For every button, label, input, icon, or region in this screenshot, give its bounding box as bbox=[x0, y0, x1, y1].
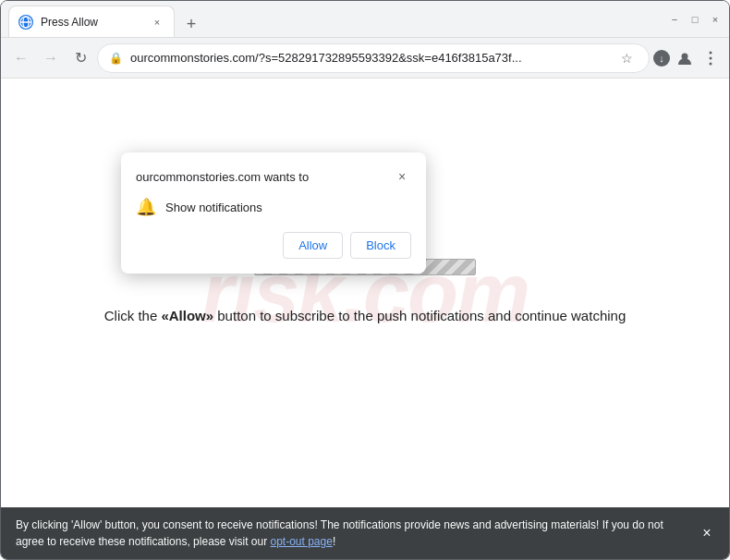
window-controls: − □ × bbox=[668, 13, 722, 26]
svg-point-4 bbox=[710, 51, 712, 54]
account-icon[interactable] bbox=[674, 47, 696, 69]
address-bar[interactable]: 🔒 ourcommonstories.com/?s=52829173289559… bbox=[97, 43, 650, 73]
bell-icon: 🔔 bbox=[136, 197, 156, 217]
dialog-notification-row: 🔔 Show notifications bbox=[136, 197, 411, 217]
bottom-notification-bar: By clicking 'Allow' button, you consent … bbox=[1, 507, 729, 559]
new-tab-button[interactable]: + bbox=[178, 11, 204, 37]
forward-button[interactable]: → bbox=[38, 45, 64, 71]
download-icon[interactable]: ↓ bbox=[653, 50, 670, 67]
browser-window: Press Allow × + − □ × ← → ↻ 🔒 ourcommons… bbox=[0, 0, 730, 560]
bottom-bar-close-button[interactable]: × bbox=[696, 522, 718, 544]
close-window-button[interactable]: × bbox=[709, 13, 722, 26]
minimize-button[interactable]: − bbox=[668, 13, 681, 26]
block-button[interactable]: Block bbox=[350, 232, 411, 259]
maximize-button[interactable]: □ bbox=[688, 13, 701, 26]
svg-point-5 bbox=[710, 56, 712, 59]
opt-out-link[interactable]: opt-out page bbox=[270, 535, 332, 548]
allow-button[interactable]: Allow bbox=[283, 232, 343, 259]
active-tab[interactable]: Press Allow × bbox=[8, 6, 175, 37]
notification-dialog: ourcommonstories.com wants to × 🔔 Show n… bbox=[121, 152, 426, 274]
tab-favicon bbox=[18, 15, 33, 30]
title-bar: Press Allow × + − □ × bbox=[1, 1, 729, 38]
dialog-close-button[interactable]: × bbox=[393, 167, 411, 186]
page-content: risk.com Click the «Allow» button to sub… bbox=[1, 79, 729, 507]
navigation-bar: ← → ↻ 🔒 ourcommonstories.com/?s=52829173… bbox=[1, 38, 729, 79]
dialog-title: ourcommonstories.com wants to bbox=[136, 170, 309, 184]
bottom-bar-text: By clicking 'Allow' button, you consent … bbox=[16, 518, 663, 548]
watermark: risk.com bbox=[1, 79, 729, 507]
page-main-text: Click the «Allow» button to subscribe to… bbox=[1, 306, 729, 327]
tab-area: Press Allow × + bbox=[8, 1, 661, 37]
back-button[interactable]: ← bbox=[8, 45, 34, 71]
lock-icon: 🔒 bbox=[109, 52, 123, 65]
dialog-header: ourcommonstories.com wants to × bbox=[136, 167, 411, 186]
address-text: ourcommonstories.com/?s=5282917328955933… bbox=[130, 51, 608, 65]
dialog-buttons: Allow Block bbox=[136, 232, 411, 259]
allow-text-bold: «Allow» bbox=[161, 308, 213, 323]
notification-label: Show notifications bbox=[165, 201, 262, 214]
tab-title: Press Allow bbox=[41, 16, 142, 29]
bottom-bar-text-end: ! bbox=[333, 535, 335, 548]
address-right-icons: ☆ bbox=[615, 47, 638, 69]
tab-close-button[interactable]: × bbox=[150, 15, 164, 30]
svg-point-6 bbox=[710, 62, 712, 65]
reload-button[interactable]: ↻ bbox=[67, 45, 93, 71]
menu-button[interactable] bbox=[700, 47, 722, 69]
bookmark-star-icon[interactable]: ☆ bbox=[615, 47, 638, 69]
